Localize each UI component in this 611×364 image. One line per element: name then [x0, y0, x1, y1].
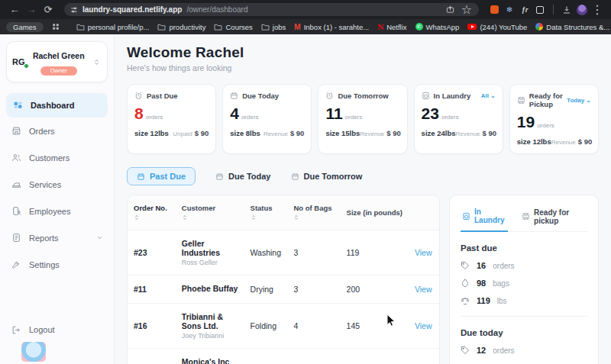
column-customer[interactable]: Customer	[176, 195, 244, 230]
view-link[interactable]: View	[409, 275, 439, 304]
card-amount: $ 90	[483, 129, 497, 137]
page-subtitle: Here's how things are looking	[127, 63, 599, 72]
table-row: #11 Phoebe Buffay Drying 3 200 View	[128, 275, 439, 304]
bookmark-folder[interactable]: Courses	[214, 23, 252, 31]
url-host: laundry-squared.netlify.app	[82, 5, 182, 14]
bookmark-youtube[interactable]: (244) YouTube	[467, 23, 527, 31]
pickup-icon	[522, 212, 530, 221]
sidebar-item-customers[interactable]: Customers	[0, 144, 114, 171]
extension-fr-icon[interactable]: ƒr	[519, 4, 531, 16]
card-amount-label: Revenue	[360, 130, 384, 137]
url-path: /owner/dashboard	[186, 5, 439, 14]
sidebar-item-orders[interactable]: Orders	[0, 118, 114, 144]
column-status[interactable]: Status	[244, 195, 288, 230]
browser-menu-icon[interactable]: ⋮	[591, 4, 603, 16]
sidebar-item-employees[interactable]: Employees	[0, 198, 114, 224]
chevron-up-down-icon	[91, 56, 102, 67]
card-size: size 15lbs	[325, 129, 360, 137]
calendar-icon	[230, 92, 238, 100]
order-no: #23	[128, 230, 176, 275]
extension-square-icon[interactable]	[534, 4, 546, 16]
sort-icon[interactable]	[251, 214, 282, 221]
stat-card-in-laundry: In LaundryAll ⌄ 23orders size 24lbsReven…	[414, 84, 503, 154]
bags-cell: 12	[287, 349, 340, 364]
downloads-icon[interactable]	[561, 4, 573, 16]
calendar-icon	[291, 172, 299, 181]
folder-icon	[157, 24, 166, 31]
bookmark-label: personal profile/p...	[88, 23, 150, 31]
share-icon[interactable]	[444, 4, 456, 16]
panel-tab-in-laundry[interactable]: In Laundry	[461, 205, 508, 232]
sidebar-item-settings[interactable]: Settings	[0, 251, 114, 278]
bookmark-data-structures[interactable]: Data Structures &...	[535, 23, 609, 31]
reload-icon[interactable]: ⟳	[41, 0, 55, 19]
bookmark-folder[interactable]: jobs	[261, 23, 286, 31]
apps-grid-icon[interactable]	[52, 23, 60, 31]
bookmark-label: (244) YouTube	[480, 23, 527, 31]
bookmark-folder[interactable]: personal profile/p...	[76, 23, 150, 31]
sidebar-item-label: Services	[29, 180, 61, 189]
user-menu[interactable]: RG Rachel Green Owner	[6, 41, 108, 82]
stat-orders: 16orders	[461, 261, 587, 270]
status-cell: Binned	[244, 349, 288, 364]
sidebar-item-services[interactable]: Services	[0, 171, 114, 198]
extension-orange-icon[interactable]	[488, 4, 500, 16]
column-no-of-bags[interactable]: No of Bags	[287, 195, 340, 230]
scale-icon	[461, 296, 470, 305]
sidebar-item-label: Orders	[29, 127, 55, 136]
washer-icon	[462, 212, 470, 221]
logout-button[interactable]: Logout	[11, 324, 55, 335]
stat-lbs: 119lbs	[461, 296, 587, 305]
card-filter-dropdown[interactable]: All ⌄	[481, 92, 496, 99]
bookmark-games[interactable]: Games	[6, 22, 44, 32]
sidebar-item-reports[interactable]: Reports	[0, 224, 114, 251]
card-label: In Laundry	[434, 92, 471, 100]
view-link[interactable]: View	[409, 304, 439, 349]
panel-tab-ready-for-pickup[interactable]: Ready for pickup	[520, 205, 587, 231]
table-row: #16 Tribianni & Sons Ltd.Joey Tribianni …	[128, 304, 439, 349]
card-amount: $ 90	[578, 137, 593, 146]
back-icon[interactable]: ←	[8, 0, 21, 19]
profile-avatar[interactable]	[576, 4, 588, 16]
size-cell: 119	[341, 230, 409, 275]
store-icon	[11, 126, 21, 137]
sort-icon[interactable]	[182, 214, 238, 221]
bookmark-netflix[interactable]: NNetflix	[377, 22, 406, 31]
logout-label: Logout	[29, 325, 55, 334]
view-link[interactable]: View	[409, 230, 439, 275]
summary-panel: In Laundry Ready for pickup Past due 16o…	[449, 195, 599, 364]
toolbar-divider	[553, 5, 554, 14]
bookmark-label: WhatsApp	[426, 23, 460, 31]
view-link[interactable]: View	[409, 349, 439, 364]
card-amount-label: Revenue	[456, 130, 480, 137]
card-label: Past Due	[147, 92, 178, 100]
tab-due-tomorrow[interactable]: Due Tomorrow	[291, 172, 363, 181]
column-order-no[interactable]: Order No.	[128, 195, 176, 230]
bookmark-gmail[interactable]: MInbox (1) - sarahte...	[294, 23, 369, 31]
sort-icon[interactable]	[293, 214, 334, 221]
bookmark-whatsapp[interactable]: ✆WhatsApp	[415, 23, 460, 31]
section-title: Past due	[461, 243, 587, 253]
card-count: 19	[517, 113, 535, 130]
tab-past-due[interactable]: Past Due	[127, 167, 196, 185]
chevron-down-icon	[96, 234, 103, 241]
wrench-icon	[11, 259, 21, 270]
sidebar-item-dashboard[interactable]: Dashboard	[6, 93, 108, 118]
table-header-row: Order No. Customer Status No of Bags Siz…	[128, 195, 439, 230]
bookmark-folder[interactable]: productivity	[157, 23, 205, 31]
site-settings-icon[interactable]	[70, 6, 78, 14]
card-filter-dropdown[interactable]: Today ⌄	[567, 97, 591, 104]
forward-icon[interactable]: →	[24, 0, 38, 19]
bookmark-star-icon[interactable]: ☆	[461, 4, 473, 16]
tab-due-today[interactable]: Due Today	[215, 172, 270, 181]
card-size: size 24lbs	[422, 129, 456, 137]
extension-snowflake-icon[interactable]: ❄	[503, 4, 516, 16]
employee-icon	[11, 206, 21, 217]
avatar: RG	[12, 57, 27, 66]
role-badge: Owner	[40, 66, 77, 76]
logout-icon	[11, 324, 21, 335]
card-unit: orders	[537, 122, 554, 129]
customer-cell: Geller IndustriesRoss Geller	[176, 230, 244, 275]
address-bar[interactable]: laundry-squared.netlify.app /owner/dashb…	[64, 3, 479, 16]
sort-icon[interactable]	[134, 214, 170, 221]
